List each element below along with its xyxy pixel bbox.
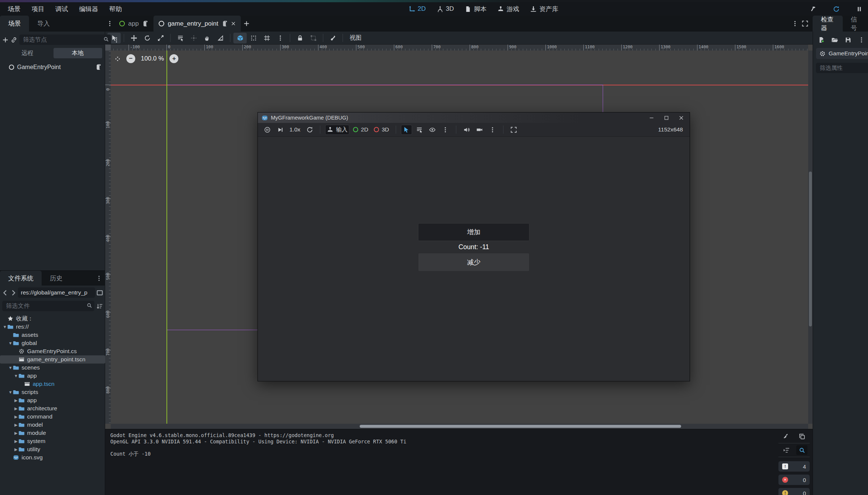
next-frame-button[interactable] — [275, 125, 286, 135]
scale-tool-button[interactable] — [154, 33, 167, 43]
inspector-tab-0[interactable]: 检查器 — [813, 16, 843, 32]
instance-scene-button[interactable] — [11, 35, 17, 45]
zoom-out-button[interactable]: − — [126, 54, 135, 63]
menu-1[interactable]: 项目 — [26, 3, 50, 14]
file-tree-item-GameEntryPoint.cs[interactable]: GameEntryPoint.cs — [0, 347, 105, 355]
embed-fullscreen-button[interactable] — [508, 125, 519, 135]
smart-snap-button[interactable] — [233, 33, 247, 43]
current-path-input[interactable] — [18, 287, 95, 298]
new-resource-icon[interactable] — [818, 37, 825, 43]
file-tree-item-model[interactable]: ▶model — [0, 421, 105, 429]
expand-arrow-icon[interactable]: ▶ — [13, 447, 19, 452]
camera-override-button[interactable] — [474, 125, 485, 135]
filesystem-menu-icon[interactable] — [96, 275, 102, 281]
maximize-icon[interactable] — [664, 115, 669, 120]
scene-tab-game_entry_point[interactable]: game_entry_point — [153, 16, 241, 32]
increase-button[interactable]: 增加 — [418, 223, 529, 241]
load-resource-icon[interactable] — [832, 37, 838, 43]
expand-arrow-icon[interactable]: ▼ — [13, 374, 19, 378]
file-tree-item-architecture[interactable]: ▶architecture — [0, 404, 105, 413]
expand-arrow-icon[interactable]: ▼ — [8, 390, 13, 394]
workspace-资产库[interactable]: 资产库 — [530, 5, 558, 13]
snap-options-grid-button[interactable] — [260, 33, 273, 43]
camera-3d-button[interactable]: 3D — [372, 125, 391, 135]
save-resource-icon[interactable] — [845, 37, 851, 43]
workspace-脚本[interactable]: 脚本 — [465, 5, 486, 13]
expand-arrow-icon[interactable]: ▼ — [8, 365, 13, 370]
collapse-messages-button[interactable] — [781, 445, 792, 455]
grid-snap-button[interactable] — [247, 33, 260, 43]
forward-icon[interactable] — [10, 290, 16, 296]
back-icon[interactable] — [2, 290, 9, 296]
horizontal-scrollbar[interactable] — [111, 424, 808, 429]
file-tree-item-res[interactable]: ▼res:// — [0, 323, 105, 331]
file-tree-item-game_entry_point.tscn[interactable]: game_entry_point.tscn — [0, 355, 105, 364]
scene-dock-tab-0[interactable]: 场景 — [0, 16, 29, 32]
rotate-tool-button[interactable] — [140, 33, 154, 43]
list-select-button[interactable] — [414, 125, 425, 135]
file-tree-item-module[interactable]: ▶module — [0, 429, 105, 437]
attached-script-icon[interactable] — [95, 64, 101, 70]
file-tree-item-assets[interactable]: assets — [0, 331, 105, 339]
add-node-button[interactable] — [2, 35, 9, 45]
sort-files-icon[interactable] — [97, 303, 103, 309]
expand-arrow-icon[interactable]: ▶ — [13, 439, 19, 444]
local-tab[interactable]: 本地 — [54, 48, 103, 58]
game-window-titlebar[interactable]: MyGFrameworkGame (DEBUG) — [258, 113, 690, 123]
remote-tab[interactable]: 远程 — [3, 48, 52, 58]
error-count-badge[interactable]: ✕0 — [778, 475, 810, 485]
selection-options-button[interactable] — [440, 125, 451, 135]
menu-3[interactable]: 编辑器 — [74, 3, 104, 14]
workspace-3d[interactable]: 3D — [437, 5, 454, 13]
camera-options-button[interactable] — [487, 125, 498, 135]
file-tree-item-command[interactable]: ▶command — [0, 413, 105, 421]
expand-arrow-icon[interactable]: ▶ — [13, 398, 19, 403]
distraction-free-button[interactable] — [799, 18, 810, 29]
filter-nodes-input[interactable] — [19, 35, 111, 45]
expand-arrow-icon[interactable]: ▶ — [13, 406, 19, 411]
ruler-tool-button[interactable] — [214, 33, 227, 43]
view-menu[interactable]: 视图 — [346, 34, 365, 42]
clear-output-button[interactable] — [781, 432, 792, 441]
new-scene-tab-button[interactable] — [241, 18, 252, 29]
select-mode-button[interactable] — [401, 125, 412, 135]
pause-button[interactable] — [852, 4, 866, 14]
horizontal-scrollbar-thumb[interactable] — [360, 425, 681, 428]
close-icon[interactable] — [679, 115, 684, 120]
inspector-tab-1[interactable]: 信号 — [843, 16, 868, 32]
pivot-button[interactable] — [187, 33, 200, 43]
picking-mode-button[interactable] — [427, 125, 438, 135]
group-node-button[interactable] — [307, 33, 320, 43]
warning-count-badge[interactable]: !0 — [778, 488, 810, 495]
zoom-in-button[interactable]: + — [169, 54, 178, 63]
filesystem-tab-1[interactable]: 历史 — [42, 271, 71, 286]
speed-select[interactable]: 1.0x — [288, 125, 302, 135]
camera-2d-button[interactable]: 2D — [351, 125, 370, 135]
workspace-2d[interactable]: 2D — [409, 5, 426, 13]
file-tree-item-app.tscn[interactable]: app.tscn — [0, 380, 105, 388]
file-tree-item-scenes[interactable]: ▼scenes — [0, 364, 105, 372]
move-tool-button[interactable] — [127, 33, 140, 43]
suspend-button[interactable] — [262, 125, 273, 135]
filesystem-tab-0[interactable]: 文件系统 — [0, 271, 42, 286]
menu-0[interactable]: 场景 — [2, 3, 26, 14]
skeleton-options-button[interactable] — [326, 33, 340, 43]
workspace-游戏[interactable]: 游戏 — [498, 5, 519, 13]
mute-audio-button[interactable] — [461, 125, 472, 135]
file-tree-item-utility[interactable]: ▶utility — [0, 445, 105, 453]
pan-tool-button[interactable] — [200, 33, 214, 43]
minimize-icon[interactable] — [649, 115, 654, 120]
file-tree-item-app[interactable]: ▼app — [0, 372, 105, 380]
reload-button[interactable] — [829, 4, 843, 14]
scene-dock-menu-button[interactable] — [113, 35, 120, 45]
expand-arrow-icon[interactable]: ▶ — [13, 423, 19, 427]
vertical-scrollbar[interactable] — [808, 51, 813, 424]
build-tool-button[interactable] — [806, 4, 820, 14]
copy-output-button[interactable] — [796, 432, 807, 441]
scene-dock-tab-1[interactable]: 导入 — [29, 16, 58, 32]
decrease-button[interactable]: 减少 — [418, 253, 529, 271]
inspector-menu-icon[interactable] — [858, 37, 865, 43]
snap-menu-button[interactable] — [273, 33, 287, 43]
scene-tabs-menu-button[interactable] — [105, 18, 114, 29]
scene-tab-app[interactable]: app — [114, 16, 153, 32]
